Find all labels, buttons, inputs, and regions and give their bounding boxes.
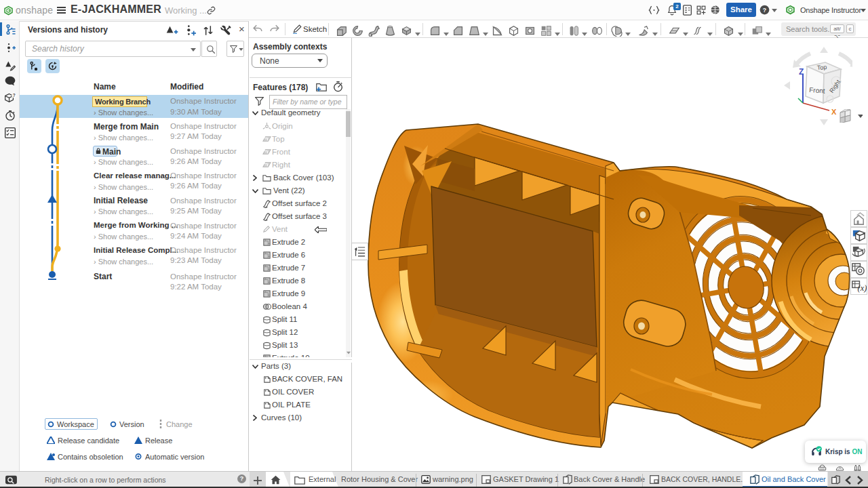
svg-text:Z: Z (799, 67, 804, 77)
svg-text:(x): (x) (858, 283, 867, 293)
svg-text:?: ? (763, 7, 766, 14)
svg-text:X: X (831, 108, 837, 116)
svg-text:Front: Front (809, 86, 825, 95)
svg-text:?: ? (13, 93, 16, 98)
svg-text:Top: Top (816, 64, 827, 71)
